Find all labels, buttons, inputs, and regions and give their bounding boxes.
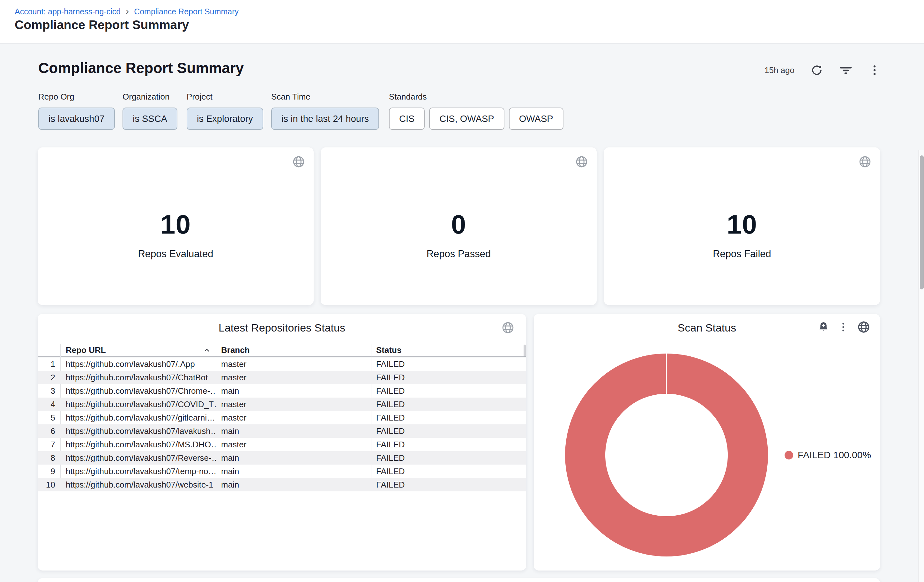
globe-icon[interactable] [501, 321, 515, 335]
repo-url: https://github.com/lavakush07/Reverse-… [60, 451, 216, 465]
repo-url: https://github.com/lavakush07/lavakush… [60, 424, 216, 438]
row-index: 5 [38, 411, 60, 424]
column-header-label: Repo URL [66, 345, 106, 355]
table-body: 1 https://github.com/lavakush07/.App mas… [38, 357, 526, 491]
stat-card-repos-passed: 0 Repos Passed [321, 147, 597, 305]
donut-slice-divider [666, 354, 667, 394]
filter-label: Standards [389, 92, 563, 102]
stat-value: 10 [160, 209, 191, 240]
breadcrumb: Account: app-harness-ng-cicd › Complianc… [15, 6, 239, 17]
filter-label: Organization [122, 92, 177, 102]
filter-chip-project[interactable]: is Exploratory [186, 107, 263, 130]
screen: Account: app-harness-ng-cicd › Complianc… [0, 0, 924, 582]
column-header-repo-url[interactable]: Repo URL [60, 344, 216, 356]
scan-status-donut-chart[interactable] [565, 354, 768, 556]
repo-status: FAILED [371, 371, 526, 384]
scan-status-panel: Scan Status [534, 314, 880, 570]
repo-url: https://github.com/lavakush07/Chrome-… [60, 384, 216, 397]
repo-branch: master [216, 357, 371, 371]
table-row: 10 https://github.com/lavakush07/website… [38, 478, 526, 491]
column-header-status[interactable]: Status [371, 344, 526, 356]
table-row: 7 https://github.com/lavakush07/MS.DHO… … [38, 438, 526, 451]
repo-status: FAILED [371, 397, 526, 411]
table-row: 4 https://github.com/lavakush07/COVID_T…… [38, 397, 526, 411]
repo-url: https://github.com/lavakush07/COVID_T… [60, 397, 216, 411]
filter-chip-standard-cis-owasp[interactable]: CIS, OWASP [429, 107, 504, 130]
filter-standards: Standards CIS CIS, OWASP OWASP [389, 92, 563, 130]
table-row: 8 https://github.com/lavakush07/Reverse-… [38, 451, 526, 465]
table-row: 1 https://github.com/lavakush07/.App mas… [38, 357, 526, 371]
last-refreshed-label: 15h ago [764, 65, 794, 75]
stat-label: Repos Passed [427, 248, 491, 260]
kebab-menu-icon[interactable] [868, 64, 881, 76]
stat-label: Repos Evaluated [138, 248, 213, 260]
column-header-index [38, 344, 60, 356]
breadcrumb-account-link[interactable]: Account: app-harness-ng-cicd [15, 7, 120, 16]
repo-branch: master [216, 397, 371, 411]
repo-status: FAILED [371, 411, 526, 424]
repo-status: FAILED [371, 451, 526, 465]
scrollbar-thumb[interactable] [920, 155, 924, 289]
chevron-up-icon [202, 346, 211, 355]
column-header-label: Status [376, 345, 401, 355]
repo-branch: main [216, 424, 371, 438]
repo-status: FAILED [371, 357, 526, 371]
globe-icon[interactable] [857, 320, 870, 334]
repo-branch: main [216, 384, 371, 397]
table-title: Latest Repositories Status [38, 322, 526, 334]
table-row: 6 https://github.com/lavakush07/lavakush… [38, 424, 526, 438]
filter-chip-scan-time[interactable]: is in the last 24 hours [271, 107, 379, 130]
repo-url: https://github.com/lavakush07/temp-no… [60, 465, 216, 478]
row-index: 10 [38, 478, 60, 491]
legend-label: FAILED 100.00% [798, 450, 871, 460]
repo-branch: main [216, 451, 371, 465]
column-header-label: Branch [221, 345, 250, 355]
row-index: 6 [38, 424, 60, 438]
repo-branch: master [216, 371, 371, 384]
filter-scan-time: Scan Time is in the last 24 hours [271, 92, 379, 130]
repo-url: https://github.com/lavakush07/.App [60, 357, 216, 371]
scan-panel-controls [817, 320, 870, 334]
repo-status: FAILED [371, 438, 526, 451]
breadcrumb-current-link[interactable]: Compliance Report Summary [134, 7, 239, 16]
filter-chip-repo-org[interactable]: is lavakush07 [38, 107, 115, 130]
filter-organization: Organization is SSCA [122, 92, 177, 130]
row-index: 2 [38, 371, 60, 384]
column-header-branch[interactable]: Branch [216, 344, 371, 356]
table-row: 2 https://github.com/lavakush07/ChatBot … [38, 371, 526, 384]
repo-url: https://github.com/lavakush07/MS.DHO… [60, 438, 216, 451]
row-index: 4 [38, 397, 60, 411]
stat-card-repos-evaluated: 10 Repos Evaluated [38, 147, 314, 305]
repo-branch: main [216, 478, 371, 491]
donut-hole [605, 394, 728, 516]
stat-value: 10 [727, 209, 757, 240]
repo-url: https://github.com/lavakush07/ChatBot [60, 371, 216, 384]
filter-project: Project is Exploratory [186, 92, 263, 130]
filter-label: Repo Org [38, 92, 115, 102]
filter-label: Project [186, 92, 263, 102]
bell-plus-icon[interactable] [817, 321, 830, 333]
breadcrumb-separator-icon: › [126, 7, 129, 15]
filter-chip-standard-cis[interactable]: CIS [389, 107, 425, 130]
refresh-icon[interactable] [810, 64, 823, 77]
repo-status: FAILED [371, 465, 526, 478]
repo-branch: main [216, 465, 371, 478]
filter-label: Scan Time [271, 92, 379, 102]
repo-url: https://github.com/lavakush07/gitlearni… [60, 411, 216, 424]
row-index: 8 [38, 451, 60, 465]
next-panel-partial [38, 578, 880, 582]
table-row: 3 https://github.com/lavakush07/Chrome-…… [38, 384, 526, 397]
latest-repositories-panel: Latest Repositories Status Repo URL Bran… [38, 314, 526, 570]
table-row: 9 https://github.com/lavakush07/temp-no…… [38, 465, 526, 478]
filter-chip-standard-owasp[interactable]: OWASP [509, 107, 563, 130]
legend-item-failed[interactable]: FAILED 100.00% [785, 450, 871, 460]
stat-value: 0 [451, 209, 467, 240]
legend-color-dot [785, 451, 793, 460]
kebab-menu-icon[interactable] [838, 322, 849, 333]
dashboard-title: Compliance Report Summary [38, 59, 244, 77]
stat-card-repos-failed: 10 Repos Failed [604, 147, 880, 305]
filter-icon[interactable] [839, 64, 853, 77]
filter-chip-organization[interactable]: is SSCA [122, 107, 177, 130]
row-index: 7 [38, 438, 60, 451]
table-row: 5 https://github.com/lavakush07/gitlearn… [38, 411, 526, 424]
